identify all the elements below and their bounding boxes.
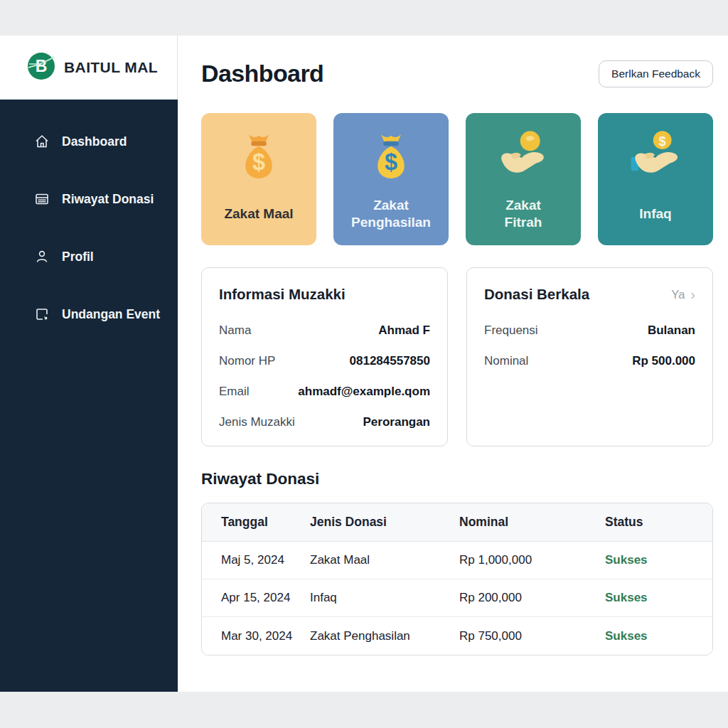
card-label: Zakat Maal xyxy=(224,194,293,245)
table-header-row: Tanggal Jenis Donasi Nominal Status xyxy=(202,503,712,542)
field-value: 081284557850 xyxy=(350,354,430,368)
home-icon xyxy=(34,134,50,149)
cell-nominal: Rp 200,000 xyxy=(459,591,605,605)
field-label: Nomor HP xyxy=(219,354,275,368)
field-value: Bulanan xyxy=(648,323,695,338)
berkala-toggle-value: Ya xyxy=(671,288,685,301)
berkala-row-frequensi: Frequensi Bulanan xyxy=(484,315,695,346)
card-label: Zakat Fitrah xyxy=(495,194,552,245)
donation-history-table: Tanggal Jenis Donasi Nominal Status Maj … xyxy=(201,503,713,655)
status-badge: Sukses xyxy=(605,629,712,643)
page-title: Dashboard xyxy=(201,60,323,87)
column-header-tanggal: Tanggal xyxy=(202,515,310,530)
sidebar-item-label: Undangan Event xyxy=(62,307,160,322)
status-badge: Sukses xyxy=(605,553,712,567)
berkala-toggle-link[interactable]: Ya › xyxy=(671,287,695,301)
feedback-button[interactable]: Berlkan Feedback xyxy=(599,60,713,87)
info-cards: Informasi Muzakki Nama Ahmad F Nomor HP … xyxy=(201,267,713,446)
sidebar-item-label: Riwayat Donasi xyxy=(62,192,154,207)
muzakki-row-jenis: Jenis Muzakki Perorangan xyxy=(219,407,430,437)
sidebar-item-undangan-event[interactable]: Undangan Event xyxy=(0,296,178,332)
sidebar-item-profil[interactable]: Profil xyxy=(0,239,178,274)
field-value: Perorangan xyxy=(363,415,430,429)
field-label: Nama xyxy=(219,323,251,338)
muzakki-row-email: Email ahmadf@example.qom xyxy=(219,376,430,407)
brand-name: BAITUL MAL xyxy=(64,59,158,76)
history-section-title: Riwayat Donasi xyxy=(201,470,713,488)
column-header-jenis: Jenis Donasi xyxy=(310,515,459,530)
category-cards: $ Zakat Maal $ Zakat Penghasilan xyxy=(201,113,713,245)
status-badge: Sukses xyxy=(605,591,712,605)
field-value: ahmadf@example.qom xyxy=(298,385,430,399)
cell-jenis: Infaq xyxy=(310,591,459,605)
money-bag-icon: $ xyxy=(230,123,288,194)
svg-text:$: $ xyxy=(659,134,666,149)
chevron-right-icon: › xyxy=(690,287,695,301)
sidebar-item-riwayat-donasi[interactable]: Riwayat Donasi xyxy=(0,181,178,217)
svg-text:$: $ xyxy=(252,149,265,175)
muzakki-card: Informasi Muzakki Nama Ahmad F Nomor HP … xyxy=(201,267,448,446)
muzakki-row-nama: Nama Ahmad F xyxy=(219,315,430,346)
card-zakat-penghasilan[interactable]: $ Zakat Penghasilan xyxy=(333,113,449,245)
cell-tanggal: Maj 5, 2024 xyxy=(202,553,310,567)
field-label: Nominal xyxy=(484,354,528,368)
money-bag-icon: $ xyxy=(362,123,420,194)
table-row[interactable]: Mar 30, 2024 Zakat Penghasilan Rp 750,00… xyxy=(202,617,712,655)
muzakki-card-title: Informasi Muzakki xyxy=(219,286,346,303)
column-header-nominal: Nominal xyxy=(459,515,605,530)
cell-tanggal: Mar 30, 2024 xyxy=(202,629,310,643)
user-icon xyxy=(34,249,50,264)
field-value: Rp 500.000 xyxy=(632,354,695,368)
svg-text:$: $ xyxy=(385,149,397,175)
field-value: Ahmad F xyxy=(378,323,430,338)
cell-jenis: Zakat Penghasilan xyxy=(310,629,459,643)
app-window: B BAITUL MAL Dashboard xyxy=(0,36,728,692)
sidebar-item-label: Dashboard xyxy=(62,134,127,149)
muzakki-row-nomor-hp: Nomor HP 081284557850 xyxy=(219,346,430,376)
svg-text:B: B xyxy=(36,57,48,75)
hand-coin-icon xyxy=(493,123,554,194)
card-label: Infaq xyxy=(639,194,671,245)
hand-coin-icon: $ xyxy=(625,123,686,194)
event-icon xyxy=(34,306,50,322)
cell-nominal: Rp 1,000,000 xyxy=(459,553,605,567)
field-label: Email xyxy=(219,385,250,399)
sidebar-nav: Dashboard Riwayat Donasi xyxy=(0,100,178,692)
sidebar: B BAITUL MAL Dashboard xyxy=(0,36,178,692)
cell-jenis: Zakat Maal xyxy=(310,553,459,567)
field-label: Frequensi xyxy=(484,323,538,338)
column-header-status: Status xyxy=(605,515,712,530)
table-row[interactable]: Apr 15, 2024 Infaq Rp 200,000 Sukses xyxy=(202,579,712,617)
table-row[interactable]: Maj 5, 2024 Zakat Maal Rp 1,000,000 Suks… xyxy=(202,542,712,579)
field-label: Jenis Muzakki xyxy=(219,415,295,429)
berkala-card-title: Donasi Berkala xyxy=(484,286,589,303)
brand-logo-icon: B xyxy=(27,52,55,83)
berkala-row-nominal: Nominal Rp 500.000 xyxy=(484,346,695,376)
sidebar-item-dashboard[interactable]: Dashboard xyxy=(0,124,178,159)
main-content: Dashboard Berlkan Feedback $ Zakat Maal xyxy=(178,36,728,692)
card-label: Zakat Penghasilan xyxy=(346,194,436,245)
page-header: Dashboard Berlkan Feedback xyxy=(201,60,713,87)
brand-header: B BAITUL MAL xyxy=(0,36,178,100)
sidebar-item-label: Profil xyxy=(62,250,94,264)
card-zakat-fitrah[interactable]: Zakat Fitrah xyxy=(466,113,581,245)
cell-nominal: Rp 750,000 xyxy=(459,629,605,643)
card-zakat-maal[interactable]: $ Zakat Maal xyxy=(201,113,316,245)
list-icon xyxy=(34,191,50,207)
cell-tanggal: Apr 15, 2024 xyxy=(202,591,310,605)
berkala-card: Donasi Berkala Ya › Frequensi Bulanan No… xyxy=(466,267,713,446)
card-infaq[interactable]: $ Infaq xyxy=(598,113,713,245)
